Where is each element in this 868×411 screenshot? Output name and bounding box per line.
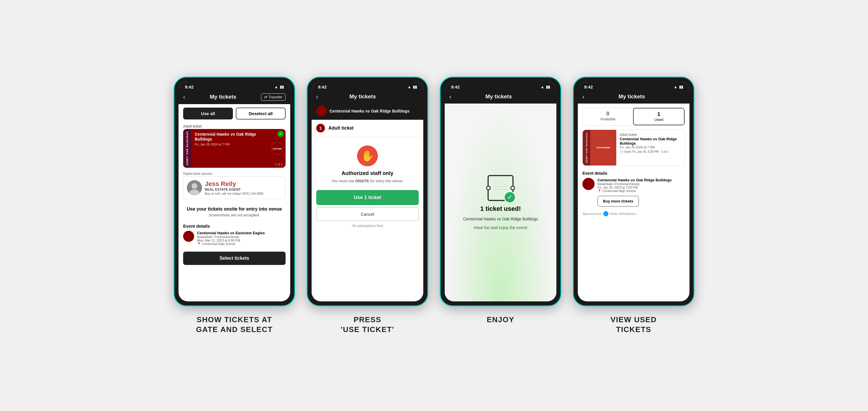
available-count: 0 — [586, 111, 630, 117]
event-logo-sm-1 — [183, 231, 194, 242]
ticket-notch-right — [510, 186, 515, 190]
tab-used[interactable]: 1 Used — [633, 108, 685, 125]
auth-sub-pre: You must use — [332, 179, 355, 183]
use-tickets-sub: Screenshots are not accepted. — [184, 213, 284, 217]
svg-point-11 — [582, 178, 595, 190]
event-info-1: Centennial Hawks vs Eastview Eagles Bask… — [197, 231, 265, 246]
used-ticket-image: CENTINNIRE — [590, 130, 616, 165]
sponsored-by-label: Sponsored by — [582, 212, 602, 216]
back-button-4[interactable]: ‹ — [582, 93, 585, 100]
deselect-button[interactable]: Deselect all — [236, 107, 286, 120]
used-ticket-card: ADMIT ONE Basketball CENTINNIRE Adult ti… — [582, 130, 685, 166]
ticket-num-badge: 1 — [316, 124, 325, 132]
ticket-body-1: Centennial Hawks vs Oak Ridge Bulldogs F… — [191, 129, 271, 168]
time-1: 9:42 — [185, 85, 193, 89]
time-3: 9:42 — [451, 85, 460, 89]
use-ticket-button[interactable]: Use 1 ticket — [316, 190, 418, 205]
used-ticket-page: 1 of 1 — [661, 150, 669, 153]
sponsor-4: Sponsored by Smile Orthodontics — [578, 211, 689, 219]
phone-2-screen: 9:42 ▲ ▮▮ ‹ My tickets C — [312, 82, 423, 302]
transfer-button-1[interactable]: ⇄ Transfer — [261, 93, 286, 101]
status-icons-3: ▲ ▮▮ — [540, 85, 550, 89]
wifi-icon-2: ▲ — [407, 85, 411, 89]
phone-1-block: 9:42 ▲ ▮▮ ‹ My tickets ⇄ Transfer — [174, 77, 295, 335]
event-name-4: Centennial Hawks vs Oak Ridge Bulldogs — [597, 178, 672, 182]
ticket-label-1: Adult ticket — [179, 123, 290, 129]
use-tickets-title: Use your tickets onsite for entry into v… — [184, 207, 284, 212]
sponsor-info: Jess Reily REAL ESTATE AGENT Buy or sell… — [205, 180, 264, 195]
auth-title: Authorized staff only — [342, 170, 394, 177]
status-bar-4: 9:42 ▲ ▮▮ — [578, 82, 689, 91]
phone-4-block: 9:42 ▲ ▮▮ ‹ My tickets 0 Available — [573, 77, 694, 335]
event-row-4: Centennial Hawks vs Oak Ridge Bulldogs B… — [582, 178, 685, 208]
back-button-1[interactable]: ‹ — [183, 94, 185, 100]
used-ticket-label: Adult ticket — [620, 133, 681, 137]
status-icons-2: ▲ ▮▮ — [407, 85, 417, 89]
status-bar-1: 9:42 ▲ ▮▮ — [179, 82, 290, 91]
buy-more-button[interactable]: Buy more tickets — [597, 196, 639, 207]
event-location-4: 📍 Centennial High School — [597, 189, 672, 193]
used-ticket-spine: ADMIT ONE Basketball — [583, 130, 590, 165]
check-badge-1: ✓ — [277, 131, 284, 137]
ticket-label-2: Adult ticket — [329, 126, 353, 131]
auth-sub-bold: ONSITE — [355, 179, 369, 183]
nav-bar-4: ‹ My tickets — [578, 91, 689, 103]
event-sub-1: Basketball • Freshman/Varsity — [197, 235, 265, 239]
tab-available-label: Available — [600, 117, 616, 121]
phone-2-frame: 9:42 ▲ ▮▮ ‹ My tickets C — [307, 77, 428, 306]
phone-4-screen: 9:42 ▲ ▮▮ ‹ My tickets 0 Available — [578, 82, 689, 302]
battery-icon-4: ▮▮ — [679, 85, 683, 89]
tabs-4: 0 Available 1 Used — [582, 107, 685, 126]
svg-point-5 — [183, 231, 194, 242]
time-2: 9:42 — [318, 85, 327, 89]
sponsor-name: Jess Reily — [205, 180, 264, 188]
ticket-event-1: Centennial Hawks vs Oak Ridge Bulldogs — [195, 132, 268, 142]
event-location-1: 📍 Centennial High School — [197, 242, 265, 246]
tab-used-label: Used — [654, 118, 663, 122]
sponsor-name-4: Smile Orthodontics — [610, 212, 637, 216]
phone-1-screen: 9:42 ▲ ▮▮ ‹ My tickets ⇄ Transfer — [179, 82, 290, 302]
used-ticket-used-time: Used: Fri, Jan 26, 6:30 PM — [624, 150, 658, 153]
used-ticket-tag: 🕐 Used: Fri, Jan 26, 6:30 PM 1 of 1 — [620, 150, 681, 153]
wifi-icon-3: ▲ — [540, 85, 544, 89]
success-screen: ✓ 1 ticket used! Centennial Hawks vs Oak… — [445, 103, 556, 302]
event-details-section-1: Event details Centennial Hawks vs Eastvi… — [179, 221, 290, 248]
svg-text:CENTIME: CENTIME — [273, 148, 282, 150]
tab-available[interactable]: 0 Available — [583, 108, 633, 125]
used-ticket-content: Adult ticket Centennial Hawks vs Oak Rid… — [616, 130, 685, 165]
cancel-button-2[interactable]: Cancel — [316, 208, 418, 221]
use-all-button[interactable]: Use all — [183, 107, 233, 120]
nav-title-2: My tickets — [318, 93, 407, 100]
ticket-outline: ✓ — [488, 175, 514, 201]
back-button-3[interactable]: ‹ — [450, 93, 452, 100]
used-title: 1 ticket used! — [480, 205, 521, 213]
nav-bar-3: ‹ My tickets — [445, 91, 556, 103]
battery-icon-1: ▮▮ — [280, 85, 284, 89]
sponsor-avatar — [187, 180, 202, 195]
auth-section: ✋ Authorized staff only You must use ONS… — [312, 137, 423, 186]
check-circle-overlay: ✓ — [504, 191, 516, 203]
svg-point-3 — [191, 183, 197, 189]
ticket-actions-1: Use all Deselect all — [179, 104, 290, 123]
caption-4: VIEW USEDTICKETS — [611, 315, 656, 335]
transfer-icon-1: ⇄ — [264, 95, 267, 99]
sponsor-contact: Buy or sell, call me today! (555) 144-58… — [205, 192, 264, 195]
status-icons-1: ▲ ▮▮ — [274, 85, 284, 89]
phone-3-block: 9:42 ▲ ▮▮ ‹ My tickets — [440, 77, 561, 325]
caption-2: PRESS'USE TICKET' — [341, 315, 394, 335]
ticket-card-1: ADMIT ONE Basketball Centennial Hawks vs… — [183, 129, 286, 168]
sponsor-block-1: Jess Reily REAL ESTATE AGENT Buy or sell… — [183, 177, 286, 199]
event-sub1-4: Basketball • Freshman/Varsity — [597, 182, 672, 186]
time-4: 9:42 — [584, 85, 593, 89]
phone-1-frame: 9:42 ▲ ▮▮ ‹ My tickets ⇄ Transfer — [174, 77, 295, 306]
event-logo-2 — [316, 106, 327, 116]
used-event: Centennial Hawks vs Oak Ridge Bulldogs — [463, 217, 538, 221]
digital-ticket-label: Digital ticket sponsor — [179, 171, 290, 177]
event-name-1: Centennial Hawks vs Eastview Eagles — [197, 231, 265, 235]
caption-3: ENJOY — [487, 315, 515, 325]
event-details-title-4: Event details — [582, 171, 685, 176]
back-button-2[interactable]: ‹ — [316, 93, 318, 100]
phone-4-frame: 9:42 ▲ ▮▮ ‹ My tickets 0 Available — [573, 77, 694, 306]
select-tickets-button[interactable]: Select tickets — [183, 252, 286, 265]
clock-icon: 🕐 — [620, 150, 624, 153]
